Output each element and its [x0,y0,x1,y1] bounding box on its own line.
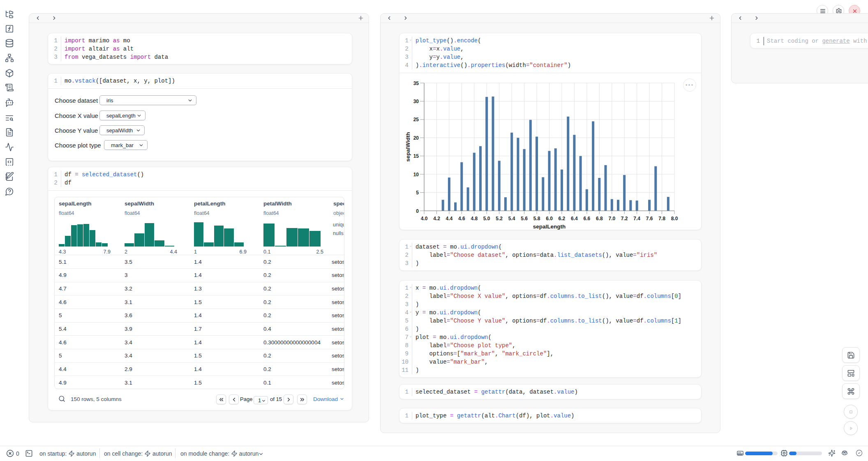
svg-text:5: 5 [416,190,419,196]
svg-text:sepalLength: sepalLength [533,224,566,230]
svg-text:7.0: 7.0 [608,216,615,221]
svg-text:30: 30 [413,99,419,104]
svg-text:5.4: 5.4 [508,216,515,221]
svg-text:4.4: 4.4 [446,216,453,221]
svg-text:35: 35 [413,81,419,86]
svg-text:4.2: 4.2 [433,216,440,221]
svg-text:7.2: 7.2 [621,216,628,221]
svg-text:20: 20 [413,135,419,141]
svg-text:5.0: 5.0 [483,216,490,221]
svg-text:5.6: 5.6 [521,216,528,221]
svg-text:5.2: 5.2 [496,216,503,221]
svg-text:7.6: 7.6 [646,216,653,221]
svg-text:6.2: 6.2 [559,216,566,221]
svg-text:4.0: 4.0 [421,216,428,221]
svg-text:0: 0 [416,208,419,214]
svg-text:15: 15 [413,153,419,159]
svg-text:6.8: 6.8 [596,216,603,221]
svg-text:25: 25 [413,117,419,122]
svg-text:sepalWidth: sepalWidth [405,132,411,162]
svg-text:10: 10 [413,172,419,177]
svg-text:5.8: 5.8 [533,216,540,221]
svg-text:6.4: 6.4 [571,216,578,221]
svg-text:4.8: 4.8 [471,216,478,221]
svg-text:4.6: 4.6 [458,216,465,221]
svg-text:6.6: 6.6 [584,216,591,221]
svg-text:7.8: 7.8 [658,216,665,221]
svg-text:8.0: 8.0 [671,216,678,221]
svg-text:7.4: 7.4 [633,216,640,221]
svg-text:6.0: 6.0 [546,216,553,221]
